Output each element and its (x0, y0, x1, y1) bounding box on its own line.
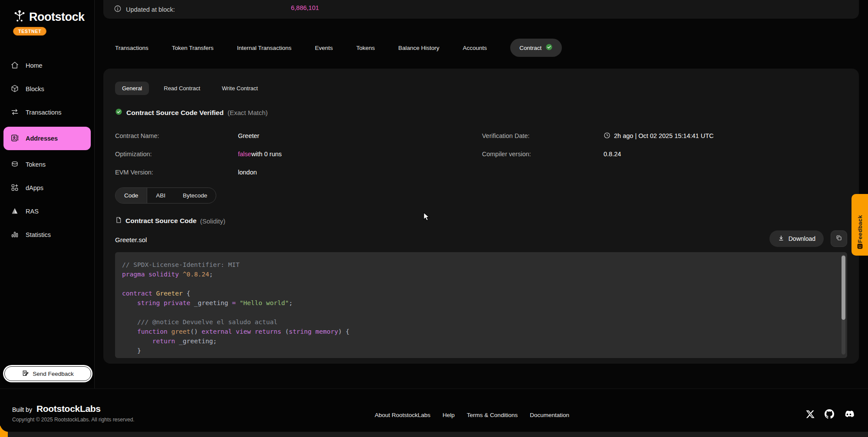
verified-banner: Contract Source Code Verified (Exact Mat… (115, 108, 847, 117)
feedback-pencil-icon (22, 370, 29, 378)
code-scrollbar-thumb[interactable] (842, 256, 845, 320)
send-feedback-button[interactable]: Send Feedback (4, 366, 91, 381)
home-icon (10, 61, 19, 71)
sidebar-item-label: dApps (26, 184, 43, 191)
sidebar: Rootstock TESTNET Home Blocks Transactio… (0, 0, 95, 388)
footer-link-terms[interactable]: Terms & Conditions (467, 412, 518, 418)
rootstock-logo-icon (13, 10, 26, 24)
tab-internal-transactions[interactable]: Internal Transactions (237, 45, 291, 51)
copy-button[interactable] (831, 230, 847, 247)
tab-transactions[interactable]: Transactions (115, 45, 149, 51)
sidebar-item-label: Tokens (26, 161, 46, 168)
info-icon[interactable] (114, 5, 122, 14)
testnet-badge: TESTNET (13, 27, 46, 36)
contact-card-icon (10, 134, 19, 144)
evm-version-label: EVM Version: (115, 163, 238, 181)
app-window: Rootstock TESTNET Home Blocks Transactio… (0, 0, 868, 437)
sidebar-item-addresses[interactable]: Addresses (3, 127, 91, 150)
tab-tokens[interactable]: Tokens (356, 45, 375, 51)
github-icon[interactable] (825, 409, 834, 419)
sidebar-item-tokens[interactable]: Tokens (3, 155, 91, 174)
optimization-flag: false (238, 151, 251, 158)
tab-contract-label: Contract (519, 45, 541, 51)
source-title: Contract Source Code (125, 217, 197, 225)
download-label: Download (789, 235, 815, 242)
verification-date-text: 2h ago | Oct 02 2025 15:14:41 UTC (614, 132, 713, 139)
optimization-suffix: with 0 runs (251, 151, 282, 158)
sidebar-item-label: Addresses (26, 135, 58, 142)
verified-title: Contract Source Code Verified (126, 109, 224, 117)
segment-code[interactable]: Code (116, 188, 147, 203)
evm-version-value: london (238, 163, 482, 181)
feedback-tab-label: Feedback (857, 200, 863, 243)
footer: Built by RootstockLabs Copyright © 2025 … (0, 388, 868, 432)
sidebar-item-label: Home (26, 62, 43, 69)
source-code-viewer[interactable]: // SPDX-License-Identifier: MITpragma so… (115, 252, 847, 358)
compiler-value: 0.8.24 (604, 145, 847, 163)
grid-plus-icon (10, 183, 19, 193)
tab-accounts[interactable]: Accounts (463, 45, 487, 51)
file-row: Greeter.sol Download (115, 230, 847, 247)
brand-block[interactable]: Rootstock TESTNET (0, 0, 94, 36)
download-button[interactable]: Download (769, 230, 824, 247)
optimization-value: false with 0 runs (238, 145, 482, 163)
segment-abi[interactable]: ABI (147, 188, 174, 203)
contract-card: General Read Contract Write Contract Con… (103, 69, 859, 364)
source-heading: Contract Source Code (Solidity) (115, 217, 847, 225)
built-by-label: Built by (12, 406, 32, 413)
verification-details: Contract Name: Greeter Verification Date… (115, 127, 847, 181)
page-bottom-strip (0, 432, 868, 437)
subtab-read-contract[interactable]: Read Contract (157, 82, 207, 95)
main-content: Updated at block: 6,886,101 Transactions… (95, 0, 868, 388)
sidebar-item-transactions[interactable]: Transactions (3, 103, 91, 122)
swap-arrows-icon (10, 108, 19, 118)
sidebar-item-label: RAS (26, 208, 39, 215)
sidebar-item-ras[interactable]: RAS (3, 202, 91, 220)
status-bar: Updated at block: 6,886,101 (103, 0, 859, 19)
coin-icon (10, 160, 19, 170)
send-feedback-label: Send Feedback (33, 371, 74, 377)
sidebar-item-label: Statistics (26, 231, 51, 238)
feedback-side-tab[interactable]: Feedback (851, 194, 868, 256)
sidebar-item-dapps[interactable]: dApps (3, 179, 91, 197)
tab-token-transfers[interactable]: Token Transfers (172, 45, 214, 51)
sidebar-item-home[interactable]: Home (3, 56, 91, 75)
subtab-general[interactable]: General (115, 82, 149, 95)
sidebar-item-statistics[interactable]: Statistics (3, 226, 91, 244)
triangle-icon (10, 207, 19, 217)
x-twitter-icon[interactable] (806, 410, 815, 419)
verification-date-label: Verification Date: (482, 127, 604, 145)
footer-links: About RootstockLabs Help Terms & Conditi… (375, 412, 569, 418)
footer-link-about[interactable]: About RootstockLabs (375, 412, 430, 418)
sidebar-item-label: Blocks (26, 85, 44, 92)
block-number-link[interactable]: 6,886,101 (291, 4, 319, 11)
brand-name: Rootstock (29, 10, 85, 24)
filename: Greeter.sol (115, 236, 147, 247)
tab-events[interactable]: Events (315, 45, 333, 51)
rootstocklabs-wordmark[interactable]: RootstockLabs (36, 404, 101, 414)
contract-subtabs: General Read Contract Write Contract (115, 82, 847, 95)
footer-link-help[interactable]: Help (442, 412, 455, 418)
document-icon (115, 217, 122, 225)
bar-chart-icon (10, 230, 19, 240)
sidebar-item-blocks[interactable]: Blocks (3, 80, 91, 98)
updated-at-block-label: Updated at block: (126, 6, 175, 13)
optimization-label: Optimization: (115, 145, 238, 163)
verified-check-icon (545, 43, 553, 52)
segment-bytecode[interactable]: Bytecode (174, 188, 216, 203)
discord-icon[interactable] (844, 409, 854, 419)
code-view-switch: Code ABI Bytecode (115, 187, 216, 204)
tab-balance-history[interactable]: Balance History (398, 45, 439, 51)
source-language: (Solidity) (200, 217, 225, 225)
footer-link-documentation[interactable]: Documentation (530, 412, 569, 418)
subtab-write-contract[interactable]: Write Contract (215, 82, 265, 95)
download-icon (778, 235, 785, 243)
address-tabs: Transactions Token Transfers Internal Tr… (115, 38, 562, 57)
compiler-label: Compiler version: (482, 145, 604, 163)
sidebar-nav: Home Blocks Transactions Addresses Token… (0, 54, 94, 246)
tab-contract[interactable]: Contract (510, 39, 562, 57)
code-content: // SPDX-License-Identifier: MITpragma so… (122, 260, 837, 355)
copy-icon (835, 234, 842, 243)
verification-date-value: 2h ago | Oct 02 2025 15:14:41 UTC (604, 127, 847, 145)
clock-icon (604, 132, 611, 140)
